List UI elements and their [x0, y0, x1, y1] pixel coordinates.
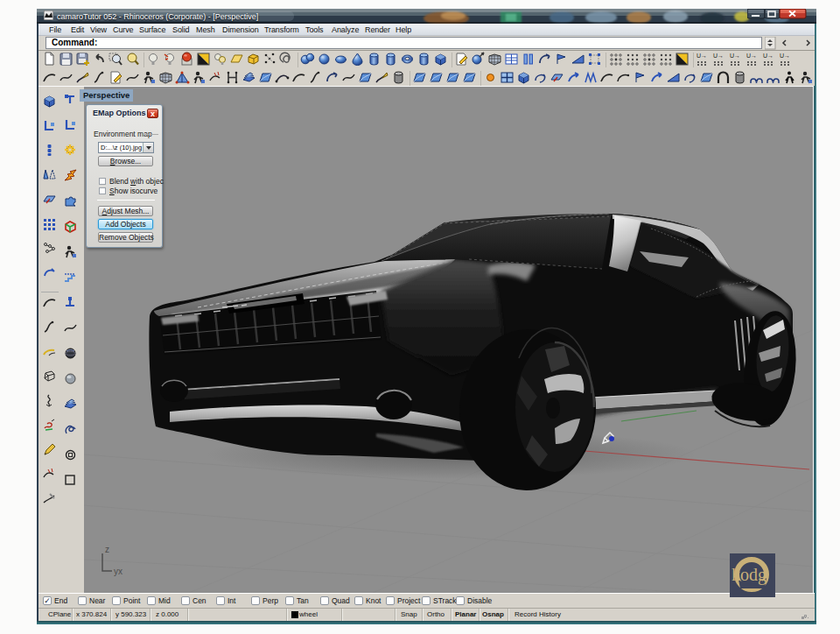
svg-text:U→: U→: [746, 53, 757, 59]
svg-text:U→: U→: [696, 53, 707, 59]
svg-text:U→: U→: [780, 53, 790, 59]
svg-text:kodg: kodg: [732, 565, 766, 585]
svg-text:yx: yx: [114, 567, 122, 576]
svg-text:U→: U→: [713, 53, 724, 59]
svg-text:z: z: [105, 545, 109, 554]
svg-text:U→: U→: [763, 53, 774, 59]
svg-text:U→: U→: [730, 53, 740, 59]
